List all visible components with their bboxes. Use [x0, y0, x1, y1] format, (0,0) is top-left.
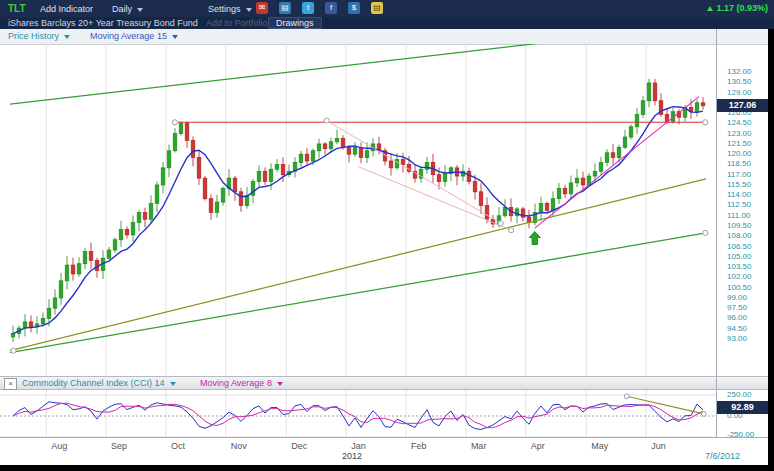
annotation-handle[interactable] [703, 230, 708, 235]
price-tick-label: 93.00 [727, 334, 747, 343]
price-tick-label: 100.50 [727, 283, 751, 292]
month-label: Oct [171, 441, 185, 451]
settings-menu[interactable]: Settings [208, 4, 252, 14]
cci-value-badge: 92.89 [717, 401, 768, 414]
price-tick-label: 105.00 [727, 252, 751, 261]
price-tick-label: 106.50 [727, 242, 751, 251]
change-text: 1.17 (0.93%) [716, 3, 768, 13]
wedge-upper-line[interactable] [327, 121, 501, 224]
month-label: Aug [51, 441, 67, 451]
cci-moving-average-line [13, 403, 703, 428]
period-label: Daily [112, 4, 132, 14]
charting-app: TLT Add Indicator Daily Settings ✉▤tf$▤ … [0, 0, 774, 471]
chevron-down-icon [64, 35, 70, 39]
price-axis: 132.00130.50129.00127.50126.00124.50123.… [717, 44, 768, 376]
settings-label: Settings [208, 4, 241, 14]
chevron-down-icon [246, 8, 252, 12]
mail-icon[interactable]: ✉ [256, 2, 268, 14]
price-tick-label: 111.00 [727, 211, 750, 220]
price-tick-label: 108.00 [727, 231, 751, 240]
add-to-portfolio-button[interactable]: Add to Portfolio [206, 18, 268, 28]
price-tick-label: 112.50 [727, 200, 751, 209]
annotation-handle[interactable] [702, 412, 707, 417]
time-axis: AugSepOctNovDecJanFebMarAprMayJun [0, 437, 768, 465]
price-tick-label: 117.00 [727, 170, 751, 179]
price-change: 1.17 (0.93%) [707, 3, 768, 13]
twitter-icon[interactable]: t [302, 2, 314, 14]
moving-average-label: Moving Average 15 [90, 31, 167, 41]
bottom-frame-strip [0, 465, 774, 471]
price-tick-label: 124.50 [727, 118, 751, 127]
annotation-handle[interactable] [624, 394, 629, 399]
moving-average-dropdown[interactable]: Moving Average 15 [90, 31, 178, 41]
price-tick-label: 121.50 [727, 139, 751, 148]
cci-chart [0, 390, 716, 437]
price-tick-label: 103.50 [727, 262, 751, 271]
annotation-handle[interactable] [498, 221, 503, 226]
current-date-label: 7/6/2012 [705, 451, 740, 461]
add-indicator-label: Add Indicator [40, 4, 93, 14]
cci-ma-dropdown[interactable]: Moving Average 8 [200, 378, 283, 388]
chevron-down-icon [170, 382, 176, 386]
cci-ma-label: Moving Average 8 [200, 378, 272, 388]
month-label: Jan [351, 441, 366, 451]
year-label: 2012 [342, 451, 362, 461]
month-label: Nov [231, 441, 247, 451]
price-tick-label: 130.50 [727, 77, 751, 86]
cci-tick-label: 250.00 [727, 390, 751, 399]
month-label: Sep [111, 441, 127, 451]
chevron-down-icon [277, 382, 283, 386]
month-label: Apr [531, 441, 545, 451]
rally-trendline[interactable] [535, 97, 699, 228]
price-tick-label: 97.50 [727, 303, 747, 312]
month-label: Jun [651, 441, 666, 451]
annotation-handle[interactable] [172, 120, 177, 125]
price-tick-label: 102.00 [727, 272, 751, 281]
up-arrow-icon [707, 6, 713, 11]
price-tick-label: 120.00 [727, 149, 751, 158]
moving-average-line [13, 107, 703, 334]
cci-indicator-dropdown[interactable]: Commodity Channel Index (CCI) 14 [22, 378, 176, 388]
chevron-down-icon [137, 8, 143, 12]
month-label: Feb [411, 441, 427, 451]
lower-channel-line[interactable] [10, 233, 706, 353]
toolbar-icons: ✉▤tf$▤ [256, 2, 394, 15]
price-tick-label: 132.00 [727, 67, 751, 76]
annotation-handle[interactable] [703, 120, 708, 125]
fund-name: iShares Barclays 20+ Year Treasury Bond … [8, 18, 198, 28]
month-label: Dec [291, 441, 307, 451]
candlesticks [11, 79, 705, 342]
price-tick-label: 94.50 [727, 324, 747, 333]
close-icon[interactable]: × [4, 378, 17, 390]
chart-icon[interactable]: ▤ [279, 2, 291, 14]
up-arrow-annotation[interactable] [529, 232, 540, 245]
top-toolbar: TLT Add Indicator Daily Settings ✉▤tf$▤ … [0, 0, 774, 17]
wedge-lower-line[interactable] [358, 166, 511, 230]
price-tick-label: 123.00 [727, 129, 751, 138]
notes-icon[interactable]: ▤ [371, 2, 383, 14]
right-frame-strip [768, 29, 774, 471]
price-tick-label: 118.50 [727, 159, 751, 168]
price-history-dropdown[interactable]: Price History [8, 31, 70, 41]
drawings-button[interactable]: Drawings [268, 17, 322, 29]
price-tick-label: 115.50 [727, 180, 751, 189]
add-indicator-menu[interactable]: Add Indicator [40, 4, 93, 14]
annotation-handle[interactable] [11, 348, 16, 353]
upper-channel-line[interactable] [10, 44, 706, 104]
cci-panel-header: × Commodity Channel Index (CCI) 14 Movin… [0, 376, 768, 390]
symbol-ticker[interactable]: TLT [8, 3, 26, 14]
annotation-handle[interactable] [509, 228, 514, 233]
price-tick-label: 129.00 [727, 88, 751, 97]
annotation-handle[interactable] [324, 118, 329, 123]
price-tick-label: 96.00 [727, 313, 747, 322]
cci-indicator-label: Commodity Channel Index (CCI) 14 [22, 378, 165, 388]
period-dropdown[interactable]: Daily [112, 4, 143, 14]
price-history-label: Price History [8, 31, 59, 41]
last-price-badge: 127.06 [717, 99, 768, 112]
facebook-icon[interactable]: f [325, 2, 337, 14]
symbol-subheader: iShares Barclays 20+ Year Treasury Bond … [0, 17, 774, 29]
price-tick-label: 114.00 [727, 190, 751, 199]
support-trendline[interactable] [10, 179, 706, 351]
stocktwits-icon[interactable]: $ [348, 2, 360, 14]
month-label: May [591, 441, 608, 451]
